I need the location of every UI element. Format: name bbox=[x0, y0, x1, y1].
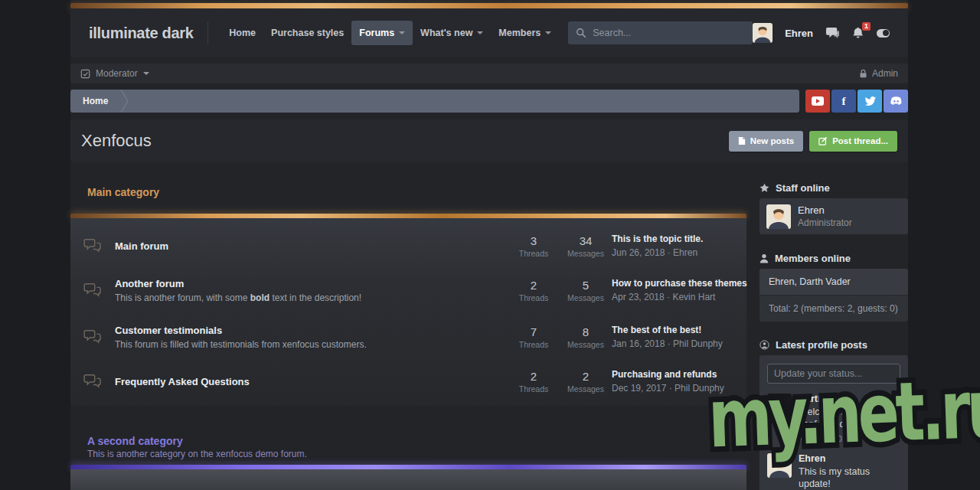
nav-item-forums-label: Forums bbox=[359, 28, 394, 38]
forum-title[interactable]: Another forum bbox=[115, 278, 501, 289]
post-author[interactable]: Darth Vader bbox=[799, 394, 900, 404]
admin-link[interactable]: Admin bbox=[872, 68, 898, 79]
nav-item-members[interactable]: Members bbox=[491, 21, 559, 45]
profile-post[interactable]: Ehren This is my status update! Nov 19, … bbox=[767, 453, 900, 490]
nav-item-forums[interactable]: Forums bbox=[351, 21, 413, 45]
forum-row-another-forum[interactable]: Another forum This is another forum, wit… bbox=[70, 272, 746, 309]
nav-item-members-label: Members bbox=[498, 28, 541, 38]
staff-online-block[interactable]: Ehren Administrator bbox=[760, 198, 908, 234]
post-author[interactable]: Ehren bbox=[799, 453, 900, 464]
latest-thread-meta[interactable]: Dec 19, 2017 · Phil Dunphy bbox=[612, 383, 742, 394]
forum-title[interactable]: Customer testimonials bbox=[115, 325, 501, 336]
alerts-bell-icon[interactable]: 1 bbox=[851, 27, 864, 40]
moderator-bar: Moderator Admin bbox=[70, 64, 908, 83]
forum-row-faq[interactable]: Frequently Asked Questions 2Threads 2Mes… bbox=[70, 363, 746, 400]
status-update-input[interactable] bbox=[767, 364, 900, 384]
conversations-icon[interactable] bbox=[825, 27, 839, 39]
messages-label: Messages bbox=[560, 384, 612, 394]
facebook-button[interactable]: f bbox=[831, 90, 856, 113]
forum-title[interactable]: Main forum bbox=[115, 240, 501, 252]
forum-description: This forum is filled with testimonials f… bbox=[115, 339, 501, 350]
avatar[interactable] bbox=[766, 204, 791, 229]
category-title-main[interactable]: Main category bbox=[87, 186, 159, 198]
latest-thread-title[interactable]: Purchasing and refunds bbox=[612, 369, 742, 380]
latest-thread-title[interactable]: This is the topic title. bbox=[612, 234, 742, 244]
forum-row-main-forum[interactable]: Main forum 3Threads 34Messages This is t… bbox=[70, 227, 746, 264]
chevron-down-icon bbox=[399, 31, 405, 34]
discord-icon bbox=[890, 96, 903, 106]
theme-toggle-icon[interactable] bbox=[877, 29, 890, 38]
chevron-down-icon bbox=[477, 31, 483, 34]
star-icon bbox=[760, 183, 769, 193]
forum-bubbles-icon bbox=[70, 374, 115, 389]
threads-count: 3 bbox=[508, 234, 560, 247]
nav-item-purchase-styles[interactable]: Purchase styles bbox=[263, 21, 351, 45]
profile-posts-block: Darth Vader Welcome to the xenfocus demo… bbox=[760, 355, 908, 490]
threads-label: Threads bbox=[508, 249, 560, 258]
site-logo[interactable]: illuminate dark bbox=[89, 24, 194, 42]
messages-count: 5 bbox=[560, 279, 612, 292]
document-icon bbox=[738, 136, 746, 145]
latest-thread-title[interactable]: The best of the best! bbox=[612, 325, 742, 335]
latest-thread-title[interactable]: How to purchase these themes bbox=[612, 278, 742, 289]
post-date[interactable]: May 30, 2018 bbox=[799, 434, 900, 443]
category-description: This is another category on the xenfocus… bbox=[87, 449, 307, 459]
chevron-down-icon bbox=[545, 31, 551, 34]
facebook-icon: f bbox=[842, 95, 846, 108]
forum-bubbles-icon bbox=[70, 238, 115, 253]
person-circle-icon bbox=[760, 340, 769, 350]
post-thread-label: Post thread... bbox=[832, 136, 888, 145]
nav-item-home[interactable]: Home bbox=[221, 21, 263, 45]
checkbox-icon bbox=[80, 69, 90, 79]
search-box[interactable] bbox=[568, 21, 753, 44]
avatar[interactable] bbox=[753, 23, 773, 43]
search-input[interactable] bbox=[593, 28, 745, 38]
staff-role: Administrator bbox=[798, 217, 852, 228]
breadcrumb-home[interactable]: Home bbox=[70, 96, 120, 106]
forum-desc-bold: bold bbox=[250, 292, 270, 303]
edit-pencil-icon bbox=[818, 136, 828, 145]
members-online-block: Ehren, Darth Vader Total: 2 (members: 2,… bbox=[760, 269, 908, 322]
nav-item-whats-new-label: What's new bbox=[420, 28, 472, 38]
profile-posts-title: Latest profile posts bbox=[776, 339, 867, 351]
threads-label: Threads bbox=[508, 293, 560, 302]
forum-list: Main forum 3Threads 34Messages This is t… bbox=[70, 218, 746, 406]
forum-desc-text: This is another forum, with some bbox=[115, 292, 250, 303]
post-text: This is my status update! bbox=[799, 466, 900, 490]
post-thread-button[interactable]: Post thread... bbox=[809, 131, 897, 152]
forum-title[interactable]: Frequently Asked Questions bbox=[115, 376, 501, 387]
username[interactable]: Ehren bbox=[785, 28, 813, 39]
youtube-icon bbox=[812, 96, 824, 106]
moderator-menu[interactable]: Moderator bbox=[96, 68, 138, 79]
messages-count: 34 bbox=[560, 234, 612, 247]
latest-thread-meta[interactable]: Apr 23, 2018 · Kevin Hart bbox=[612, 292, 742, 302]
avatar-ehren[interactable] bbox=[767, 453, 792, 478]
members-online-names[interactable]: Ehren, Darth Vader bbox=[760, 269, 908, 295]
post-menu-icon[interactable] bbox=[888, 434, 899, 443]
staff-online-title: Staff online bbox=[776, 182, 830, 194]
staff-name[interactable]: Ehren bbox=[798, 204, 852, 216]
avatar-darth-vader[interactable] bbox=[767, 394, 792, 418]
lock-icon bbox=[859, 69, 867, 78]
navbar: illuminate dark Home Purchase styles For… bbox=[70, 8, 908, 57]
twitter-icon bbox=[864, 96, 876, 106]
nav-item-whats-new[interactable]: What's new bbox=[413, 21, 491, 45]
staff-online-header: Staff online bbox=[760, 182, 830, 194]
category-title-second[interactable]: A second category bbox=[87, 435, 183, 447]
page-header: Xenfocus New posts Post thread... bbox=[70, 119, 908, 162]
latest-thread-meta[interactable]: Jun 26, 2018 · Ehren bbox=[612, 247, 742, 258]
top-accent-bar bbox=[70, 3, 908, 8]
youtube-button[interactable] bbox=[805, 90, 830, 113]
new-posts-button[interactable]: New posts bbox=[729, 131, 804, 152]
user-area: Ehren 1 bbox=[753, 23, 890, 43]
messages-count: 8 bbox=[560, 325, 612, 338]
forum-row-customer-testimonials[interactable]: Customer testimonials This forum is fill… bbox=[70, 318, 746, 355]
page-title: Xenfocus bbox=[81, 131, 152, 151]
alert-count-badge: 1 bbox=[862, 22, 871, 31]
twitter-button[interactable] bbox=[858, 90, 882, 113]
latest-thread-meta[interactable]: Jan 16, 2018 · Phil Dunphy bbox=[612, 338, 742, 349]
profile-posts-header: Latest profile posts bbox=[760, 339, 867, 351]
discord-button[interactable] bbox=[884, 90, 908, 113]
profile-post[interactable]: Darth Vader Welcome to the xenfocus demo… bbox=[767, 394, 900, 443]
messages-label: Messages bbox=[560, 293, 612, 302]
